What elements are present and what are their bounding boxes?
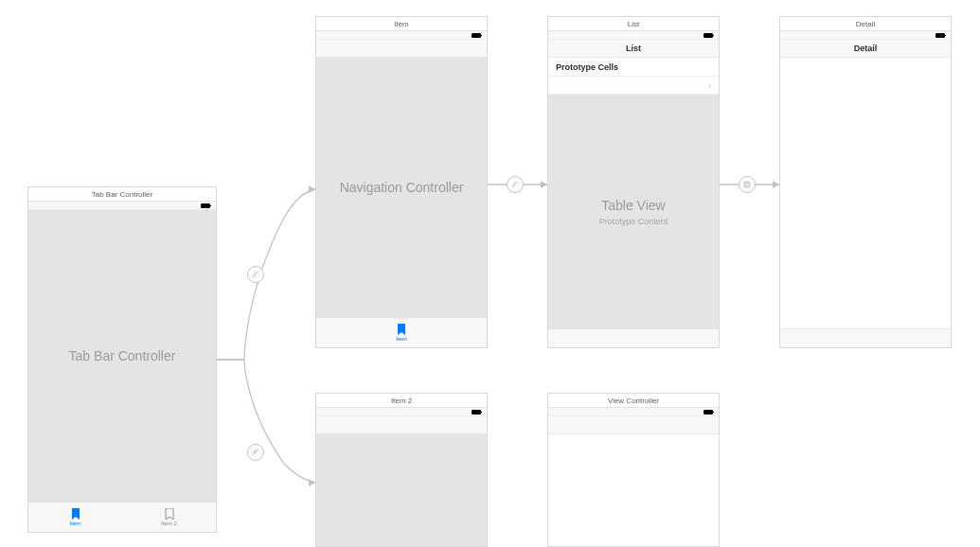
scene-title: Item [316,17,487,31]
nav-bar [316,416,487,434]
svg-rect-12 [744,182,750,187]
tab-label: Item [70,521,81,526]
status-bar [548,31,719,40]
table-placeholder: Table View Prototype Content [548,95,719,328]
svg-marker-0 [309,185,315,193]
status-bar [316,31,487,40]
tab-item[interactable]: Item [316,318,487,347]
toolbar-placeholder [548,328,719,347]
toolbar-placeholder [780,328,951,347]
segue-show-icon[interactable] [739,176,756,193]
segue-relationship-icon[interactable] [247,266,264,283]
segue-root-icon[interactable] [507,176,524,193]
svg-marker-3 [541,181,547,188]
battery-icon [472,33,481,38]
placeholder-label: Navigation Controller [340,180,464,195]
status-bar [316,408,487,416]
battery-icon [704,410,713,415]
scene-title: Tab Bar Controller [28,187,216,202]
scene-content: Tab Bar Controller [28,210,216,502]
battery-icon [704,33,713,38]
svg-marker-5 [773,181,779,188]
svg-line-9 [253,450,257,453]
scene-title: List [548,17,719,31]
nav-bar-title: List [548,40,719,58]
nav-bar [316,40,487,58]
tab-item-2[interactable]: Item 2 [122,503,216,532]
scene-view-controller[interactable]: View Controller [547,393,720,547]
scene-title: View Controller [548,394,719,408]
scene-title: Item 2 [316,394,487,408]
tab-bar: Item [316,317,487,347]
scene-content [780,58,951,328]
status-bar [28,202,216,210]
battery-icon [201,203,210,208]
table-view[interactable]: Prototype Cells › Table View Prototype C… [548,58,719,328]
disclosure-indicator-icon: › [708,80,711,91]
tab-label: Item 2 [161,521,177,526]
scene-tab-bar-controller[interactable]: Tab Bar Controller Tab Bar Controller It… [27,186,217,533]
placeholder-label: Tab Bar Controller [69,348,176,363]
tab-bar: Item Item 2 [28,502,216,532]
bookmark-icon [397,324,406,335]
scene-item-2[interactable]: Item 2 [315,393,488,547]
nav-bar-title: Detail [780,40,951,58]
bookmark-icon [71,508,80,520]
scene-detail[interactable]: Detail Detail [779,16,952,348]
status-bar [548,408,719,416]
svg-line-11 [512,182,516,185]
prototype-cell[interactable]: › [548,77,719,95]
scene-list[interactable]: List List Prototype Cells › Table View P… [547,16,720,348]
segue-relationship-icon-2[interactable] [247,444,264,461]
scene-content [316,434,487,546]
bookmark-icon [165,508,174,520]
svg-rect-13 [746,184,749,186]
nav-bar [548,416,719,434]
tab-item-1[interactable]: Item [28,503,122,532]
scene-item-nav-controller[interactable]: Item Navigation Controller Item [315,16,488,348]
section-header-label: Prototype Cells [548,58,719,77]
scene-content [548,434,719,546]
placeholder-subtitle: Prototype Content [599,217,668,226]
status-bar [780,31,951,40]
battery-icon [472,410,481,415]
scene-content: Navigation Controller [316,58,487,317]
placeholder-title: Table View [601,198,665,213]
tab-label: Item [396,336,407,342]
svg-marker-1 [309,479,315,486]
battery-icon [935,33,945,38]
scene-title: Detail [780,17,951,31]
svg-line-7 [253,272,257,275]
